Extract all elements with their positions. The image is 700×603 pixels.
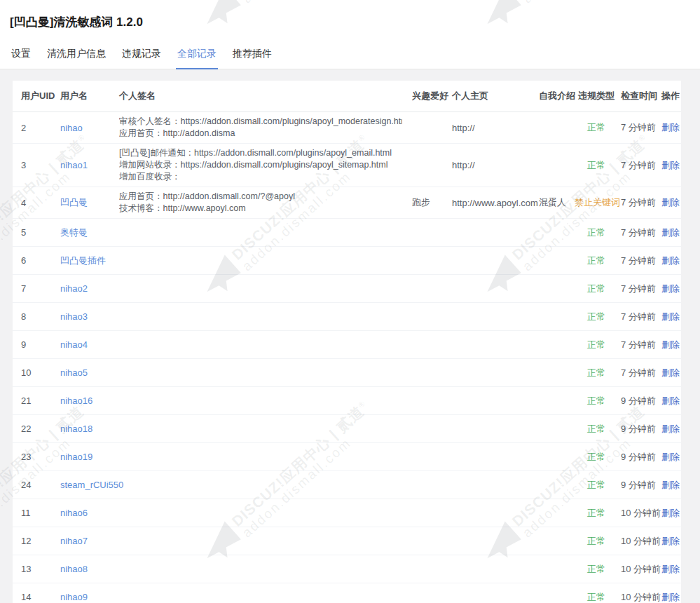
delete-link[interactable]: 删除 [661, 283, 680, 294]
username-cell: nihao2 [55, 283, 115, 294]
username-cell: nihao9 [55, 592, 115, 602]
violation-type-cell: 正常 [575, 479, 618, 492]
table-row: 7nihao2正常7 分钟前删除 [13, 275, 681, 303]
violation-type-cell: 正常 [575, 283, 618, 295]
username-link[interactable]: nihao7 [60, 536, 88, 546]
tab-clean-user-info[interactable]: 清洗用户信息 [46, 43, 107, 69]
tab-settings[interactable]: 设置 [10, 43, 32, 69]
username-link[interactable]: nihao [60, 123, 83, 133]
delete-link[interactable]: 删除 [661, 536, 680, 546]
violation-type-badge: 正常 [587, 122, 605, 133]
check-time-cell: 10 分钟前 [618, 591, 661, 603]
uid-cell: 10 [13, 367, 55, 378]
actions-cell: 删除 [661, 196, 681, 209]
delete-link[interactable]: 删除 [661, 564, 680, 574]
signature-cell: 应用首页：http://addon.dismall.com/?@apoyl技术博… [115, 187, 409, 218]
delete-link[interactable]: 删除 [661, 480, 680, 490]
violation-type-cell: 正常 [575, 255, 618, 267]
column-header-homepage: 个人主页 [449, 90, 536, 102]
signature-cell [115, 594, 409, 601]
actions-cell: 删除 [661, 507, 681, 520]
table-row: 13nihao8正常10 分钟前删除 [13, 555, 681, 583]
tab-all-records[interactable]: 全部记录 [176, 43, 218, 69]
signature-cell [115, 313, 409, 320]
uid-cell: 23 [13, 452, 55, 462]
delete-link[interactable]: 删除 [661, 160, 680, 170]
signature-cell [115, 257, 409, 264]
username-link[interactable]: nihao1 [60, 160, 88, 170]
check-time-cell: 7 分钟前 [618, 196, 661, 209]
violation-type-badge: 正常 [587, 564, 605, 574]
delete-link[interactable]: 删除 [661, 508, 680, 518]
username-link[interactable]: nihao3 [60, 311, 88, 322]
violation-type-badge: 正常 [587, 592, 605, 602]
page-title: [凹凸曼]清洗敏感词 1.2.0 [10, 14, 143, 30]
signature-line: 增加百度收录： [119, 171, 402, 183]
tab-violation-records[interactable]: 违规记录 [121, 43, 163, 69]
tab-recommended-plugins[interactable]: 推荐插件 [231, 43, 273, 69]
check-time-cell: 7 分钟前 [618, 367, 661, 379]
delete-link[interactable]: 删除 [661, 395, 680, 406]
delete-link[interactable]: 删除 [661, 122, 680, 133]
username-link[interactable]: nihao8 [60, 564, 88, 574]
violation-type-cell: 正常 [575, 339, 618, 351]
signature-line: 增加网站收录：https://addon.dismall.com/plugins… [119, 159, 402, 171]
delete-link[interactable]: 删除 [661, 339, 680, 350]
check-time-cell: 7 分钟前 [618, 311, 661, 323]
records-table-body: 2nihao审核个人签名：https://addon.dismall.com/p… [13, 112, 681, 603]
username-link[interactable]: nihao18 [60, 424, 92, 434]
column-header-signature: 个人签名 [115, 86, 409, 106]
delete-link[interactable]: 删除 [661, 592, 680, 602]
username-link[interactable]: nihao5 [60, 367, 88, 378]
actions-cell: 删除 [661, 479, 681, 492]
delete-link[interactable]: 删除 [661, 255, 680, 266]
violation-type-cell: 正常 [575, 121, 618, 134]
check-time-cell: 10 分钟前 [618, 535, 661, 548]
username-link[interactable]: steam_rCUi550 [60, 480, 123, 490]
username-link[interactable]: nihao6 [60, 508, 88, 518]
username-link[interactable]: 凹凸曼 [60, 197, 88, 208]
intro-cell: 混蛋人 [536, 196, 575, 209]
check-time-cell: 9 分钟前 [618, 479, 661, 492]
delete-link[interactable]: 删除 [661, 424, 680, 434]
delete-link[interactable]: 删除 [661, 197, 680, 208]
uid-cell: 21 [13, 395, 55, 406]
table-row: 14nihao9正常10 分钟前删除 [13, 583, 681, 603]
delete-link[interactable]: 删除 [661, 311, 680, 322]
violation-type-cell: 正常 [575, 507, 618, 520]
signature-cell [115, 566, 409, 573]
username-link[interactable]: nihao19 [60, 452, 92, 462]
uid-cell: 3 [13, 160, 55, 170]
uid-cell: 11 [13, 508, 55, 518]
delete-link[interactable]: 删除 [661, 452, 680, 462]
username-cell: nihao18 [55, 424, 115, 434]
table-row: 10nihao5正常7 分钟前删除 [13, 359, 681, 387]
actions-cell: 删除 [661, 367, 681, 379]
signature-cell [115, 370, 409, 377]
table-row: 24steam_rCUi550正常9 分钟前删除 [13, 471, 681, 499]
username-link[interactable]: nihao4 [60, 339, 88, 350]
delete-link[interactable]: 删除 [661, 227, 680, 238]
violation-type-cell: 禁止关键词 [575, 196, 618, 209]
actions-cell: 删除 [661, 283, 681, 295]
check-time-cell: 10 分钟前 [618, 507, 661, 520]
actions-cell: 删除 [661, 226, 681, 239]
username-cell: nihao16 [55, 395, 115, 406]
username-link[interactable]: nihao2 [60, 283, 88, 294]
violation-type-badge: 正常 [587, 311, 605, 322]
actions-cell: 删除 [661, 535, 681, 548]
username-link[interactable]: nihao9 [60, 592, 88, 602]
username-link[interactable]: nihao16 [60, 395, 92, 406]
uid-cell: 2 [13, 123, 55, 133]
delete-link[interactable]: 删除 [661, 367, 680, 378]
signature-cell [115, 538, 409, 545]
table-row: 9nihao4正常7 分钟前删除 [13, 331, 681, 359]
violation-type-cell: 正常 [575, 311, 618, 323]
page-header: [凹凸曼]清洗敏感词 1.2.0 设置清洗用户信息违规记录全部记录推荐插件 [0, 0, 700, 69]
username-cell: nihao [55, 123, 115, 133]
check-time-cell: 7 分钟前 [618, 339, 661, 351]
username-link[interactable]: 奥特曼 [60, 227, 88, 238]
hobby-cell: 跑步 [409, 196, 449, 209]
homepage-cell: http://www.apoyl.com [449, 198, 536, 208]
username-link[interactable]: 凹凸曼插件 [60, 255, 106, 266]
